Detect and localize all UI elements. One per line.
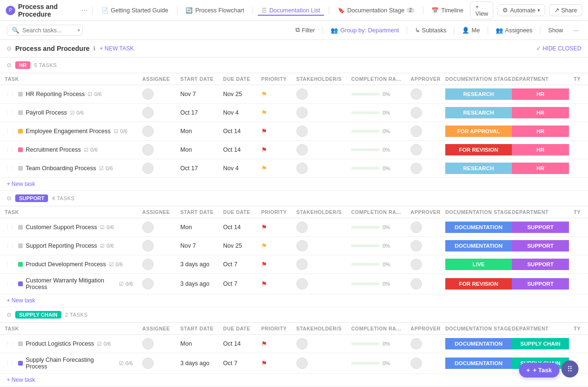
priority-cell-1-1[interactable]: ⚑	[256, 237, 292, 255]
drag-handle-0-2[interactable]: ⋮⋮	[5, 128, 15, 135]
new-task-row-supply-chain[interactable]: + New task	[0, 374, 588, 387]
drag-handle-0-3[interactable]: ⋮⋮	[5, 147, 15, 153]
approver-avatar-0-2[interactable]	[411, 126, 422, 137]
avatar-1-1[interactable]	[142, 240, 154, 252]
dept-badge-0-4[interactable]: HR	[512, 163, 569, 174]
stakeholders-cell-1-0[interactable]	[292, 218, 347, 237]
priority-cell-1-0[interactable]: ⚑	[256, 218, 292, 237]
hide-closed-btn[interactable]: ✓ HIDE CLOSED	[536, 45, 581, 52]
table-row[interactable]: ⋮⋮ HR Reporting Process ☑ 0/6 Nov 7 Nov …	[0, 85, 588, 104]
search-input[interactable]	[22, 27, 75, 34]
assignee-cell-0-3[interactable]	[137, 141, 176, 159]
stakeholder-avatar-1-1[interactable]	[296, 240, 308, 252]
approver-avatar-0-1[interactable]	[411, 107, 422, 118]
priority-cell-1-2[interactable]: ⚑	[256, 255, 292, 274]
proc-toggle-icon[interactable]: ⊙	[7, 45, 11, 52]
table-row[interactable]: ⋮⋮ Employee Engagement Process ☑ 0/6 Mon…	[0, 122, 588, 141]
dept-badge-0-1[interactable]: HR	[512, 107, 569, 118]
docstage-cell-0-3[interactable]: FOR REVISION	[445, 141, 512, 159]
approver-cell-0-4[interactable]	[406, 159, 445, 178]
table-row[interactable]: ⋮⋮ Customer Support Process ☑ 0/6 Mon Oc…	[0, 218, 588, 237]
docstage-badge-0-1[interactable]: RESEARCH	[445, 107, 512, 118]
table-row[interactable]: ⋮⋮ Payroll Process ☑ 0/6 Oct 17 Nov 4 ⚑	[0, 104, 588, 122]
docstage-cell-0-4[interactable]: RESEARCH	[445, 159, 512, 178]
group-badge-support[interactable]: SUPPORT	[15, 194, 48, 202]
priority-cell-0-4[interactable]: ⚑	[256, 159, 292, 178]
avatar-0-1[interactable]	[142, 107, 154, 118]
drag-handle-1-0[interactable]: ⋮⋮	[5, 224, 15, 231]
dept-cell-1-3[interactable]: SUPPORT	[512, 274, 569, 294]
approver-cell-1-3[interactable]	[406, 274, 445, 294]
docstage-cell-1-0[interactable]: DOCUMENTATION	[445, 218, 512, 237]
approver-cell-0-1[interactable]	[406, 104, 445, 122]
drag-handle-0-4[interactable]: ⋮⋮	[5, 165, 15, 172]
group-by-btn[interactable]: 👥 Group by: Department	[328, 25, 402, 35]
dept-badge-0-3[interactable]: HR	[512, 144, 569, 155]
avatar-0-0[interactable]	[142, 88, 154, 100]
docstage-cell-1-2[interactable]: LIVE	[445, 255, 512, 274]
docstage-badge-0-4[interactable]: RESEARCH	[445, 163, 512, 174]
avatar-1-2[interactable]	[142, 259, 154, 270]
approver-cell-1-0[interactable]	[406, 218, 445, 237]
task-name-text-0-3[interactable]: Recruitment Process	[26, 146, 81, 153]
proc-info-icon[interactable]: ℹ	[93, 45, 96, 52]
filter-btn[interactable]: ⧉ Filter	[293, 25, 318, 35]
assignee-cell-2-1[interactable]	[137, 353, 176, 374]
docstage-badge-0-0[interactable]: RESEARCH	[445, 88, 512, 100]
table-row[interactable]: ⋮⋮ Team Onboarding Process ☑ 0/6 Oct 17 …	[0, 159, 588, 178]
dept-badge-0-2[interactable]: HR	[512, 126, 569, 137]
approver-cell-1-2[interactable]	[406, 255, 445, 274]
approver-avatar-1-0[interactable]	[411, 222, 422, 233]
assignee-cell-0-2[interactable]	[137, 122, 176, 141]
approver-avatar-0-4[interactable]	[411, 163, 422, 174]
stakeholders-cell-0-1[interactable]	[292, 104, 347, 122]
assignees-btn[interactable]: 👥 Assignees	[493, 25, 536, 35]
group-toggle-support[interactable]: ⊙	[7, 195, 11, 202]
stakeholder-avatar-0-1[interactable]	[296, 107, 308, 118]
stakeholder-avatar-0-0[interactable]	[296, 88, 308, 100]
assignee-cell-0-4[interactable]	[137, 159, 176, 178]
dept-cell-2-0[interactable]: SUPPLY CHAIN	[512, 335, 569, 353]
table-row[interactable]: ⋮⋮ Product Logistics Process ☑ 0/6 Mon O…	[0, 335, 588, 353]
assignee-cell-1-0[interactable]	[137, 218, 176, 237]
drag-handle-0-0[interactable]: ⋮⋮	[5, 91, 15, 97]
avatar-1-0[interactable]	[142, 222, 154, 233]
dept-cell-0-0[interactable]: HR	[512, 85, 569, 104]
stakeholder-avatar-1-3[interactable]	[296, 278, 308, 290]
docstage-cell-0-0[interactable]: RESEARCH	[445, 85, 512, 104]
drag-handle-2-1[interactable]: ⋮⋮	[5, 360, 15, 367]
table-row[interactable]: ⋮⋮ Recruitment Process ☑ 0/6 Mon Oct 14 …	[0, 141, 588, 159]
avatar-2-1[interactable]	[142, 358, 154, 369]
priority-cell-0-0[interactable]: ⚑	[256, 85, 292, 104]
table-row[interactable]: ⋮⋮ Product Development Process ☑ 0/6 3 d…	[0, 255, 588, 274]
docstage-cell-0-2[interactable]: FOR APPROVAL	[445, 122, 512, 141]
task-name-text-2-1[interactable]: Supply Chain Forecasting Process	[26, 357, 116, 370]
new-task-btn-hr[interactable]: + New task	[0, 178, 588, 191]
stakeholders-cell-1-2[interactable]	[292, 255, 347, 274]
view-btn[interactable]: + View	[470, 1, 493, 19]
docstage-badge-1-2[interactable]: LIVE	[445, 259, 512, 270]
docstage-cell-2-0[interactable]: DOCUMENTATION	[445, 335, 512, 353]
dept-badge-0-0[interactable]: HR	[512, 88, 569, 100]
drag-handle-2-0[interactable]: ⋮⋮	[5, 341, 15, 347]
assignee-cell-1-3[interactable]	[137, 274, 176, 294]
stakeholder-avatar-2-1[interactable]	[296, 358, 308, 369]
avatar-1-3[interactable]	[142, 278, 154, 290]
avatar-0-4[interactable]	[142, 163, 154, 174]
approver-avatar-0-0[interactable]	[411, 88, 422, 100]
approver-cell-0-0[interactable]	[406, 85, 445, 104]
app-menu-dots[interactable]: ···	[81, 6, 88, 15]
show-btn[interactable]: Show	[545, 26, 566, 35]
dept-cell-0-3[interactable]: HR	[512, 141, 569, 159]
task-name-text-0-2[interactable]: Employee Engagement Process	[26, 128, 111, 135]
assignee-cell-1-2[interactable]	[137, 255, 176, 274]
tab-getting-started[interactable]: 📄 Getting Started Guide	[98, 5, 172, 16]
avatar-0-2[interactable]	[142, 126, 154, 137]
task-name-text-0-1[interactable]: Payroll Process	[26, 109, 67, 116]
avatar-2-0[interactable]	[142, 338, 154, 349]
approver-cell-2-1[interactable]	[406, 353, 445, 374]
stakeholders-cell-1-1[interactable]	[292, 237, 347, 255]
assignee-cell-2-0[interactable]	[137, 335, 176, 353]
group-toggle-hr[interactable]: ⊙	[7, 62, 11, 68]
approver-avatar-2-1[interactable]	[411, 358, 422, 369]
